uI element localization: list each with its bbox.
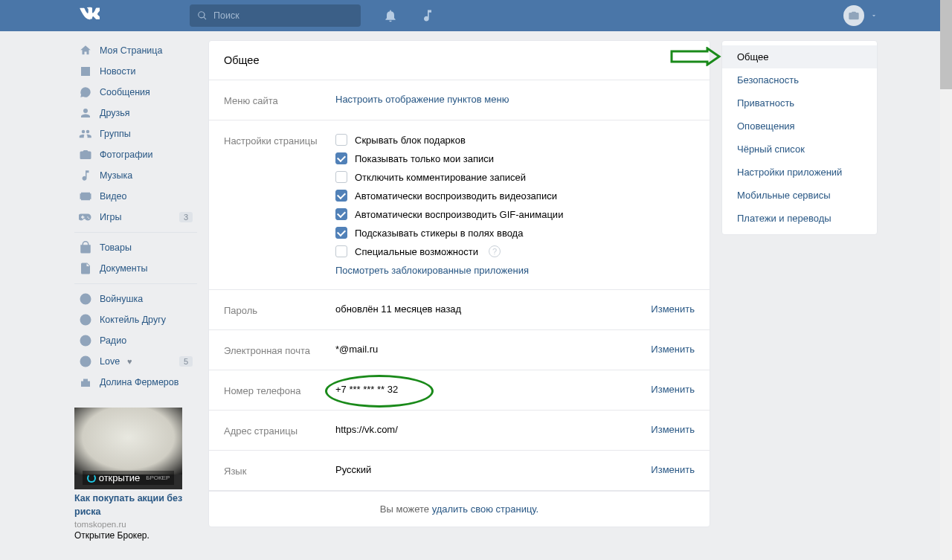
nav-friends[interactable]: Друзья — [74, 103, 197, 123]
row-label-email: Электронная почта — [224, 344, 335, 356]
checkbox-row[interactable]: Подсказывать стикеры в полях ввода — [335, 227, 695, 239]
scrollbar[interactable] — [940, 0, 952, 541]
nav-count: 3 — [179, 212, 193, 222]
checkbox[interactable] — [335, 227, 347, 239]
delete-page-link[interactable]: удалить свою страницу. — [432, 503, 539, 515]
nav-label: Love — [100, 356, 120, 367]
nav-market[interactable]: Товары — [74, 237, 197, 258]
rnav-label: Мобильные сервисы — [737, 190, 831, 201]
camera-icon — [848, 10, 860, 22]
checkbox-label: Подсказывать стикеры в полях ввода — [355, 228, 523, 239]
nav-app-4[interactable]: Love♥5 — [74, 351, 197, 372]
checkbox[interactable] — [335, 245, 347, 257]
music-icon[interactable] — [420, 8, 435, 23]
checkbox[interactable] — [335, 152, 347, 164]
delete-page-footer: Вы можете удалить свою страницу. — [209, 491, 710, 527]
nav-label: Товары — [100, 242, 132, 253]
help-icon[interactable]: ? — [489, 245, 501, 257]
rnav-notifications[interactable]: Оповещения — [722, 115, 877, 138]
rnav-label: Платежи и переводы — [737, 213, 832, 224]
password-value: обновлён 11 месяцев назад — [335, 303, 461, 315]
nav-groups[interactable]: Группы — [74, 123, 197, 144]
heart-icon: ♥ — [127, 357, 132, 366]
rnav-blacklist[interactable]: Чёрный список — [722, 138, 877, 161]
ad-title: Как покупать акции без риска — [74, 492, 197, 518]
edit-phone-link[interactable]: Изменить — [651, 384, 695, 395]
nav-app-1[interactable]: Войнушка — [74, 289, 197, 309]
checkbox-row[interactable]: Специальные возможности? — [335, 245, 695, 257]
nav-label: Видео — [100, 191, 127, 202]
nav-music[interactable]: Музыка — [74, 165, 197, 186]
nav-docs[interactable]: Документы — [74, 258, 197, 279]
checkbox[interactable] — [335, 134, 347, 146]
rnav-label: Приватность — [737, 97, 794, 109]
user-menu[interactable] — [837, 5, 878, 26]
checkbox-row[interactable]: Скрывать блок подарков — [335, 134, 695, 146]
configure-menu-link[interactable]: Настроить отображение пунктов меню — [335, 94, 509, 105]
nav-label: Друзья — [100, 108, 130, 118]
nav-label: Сообщения — [100, 87, 150, 97]
checkbox-label: Специальные возможности — [355, 246, 478, 257]
nav-app-3[interactable]: Радио — [74, 330, 197, 351]
rnav-apps[interactable]: Настройки приложений — [722, 161, 877, 184]
checkbox-label: Показывать только мои записи — [355, 153, 494, 164]
checkbox-row[interactable]: Отключить комментирование записей — [335, 171, 695, 183]
nav-label: Новости — [100, 66, 135, 77]
settings-sidebar: Общее Безопасность Приватность Оповещени… — [721, 40, 878, 235]
checkbox[interactable] — [335, 171, 347, 183]
vk-logo[interactable] — [74, 3, 190, 29]
nav-games[interactable]: Игры3 — [74, 207, 197, 228]
edit-password-link[interactable]: Изменить — [651, 303, 695, 315]
nav-app-2[interactable]: Коктейль Другу — [74, 309, 197, 330]
email-value: *@mail.ru — [335, 344, 378, 355]
rnav-mobile[interactable]: Мобильные сервисы — [722, 184, 877, 207]
rnav-label: Безопасность — [737, 74, 799, 86]
rnav-label: Настройки приложений — [737, 167, 842, 178]
nav-photos[interactable]: Фотографии — [74, 144, 197, 165]
row-label-menu: Меню сайта — [224, 94, 335, 106]
search-icon — [197, 10, 208, 21]
ad-block[interactable]: открытиеБРОКЕР Как покупать акции без ри… — [74, 408, 197, 541]
checkbox-row[interactable]: Автоматически воспроизводить видеозаписи — [335, 190, 695, 202]
checkbox-row[interactable]: Автоматически воспроизводить GIF-анимаци… — [335, 208, 695, 220]
rnav-label: Оповещения — [737, 120, 795, 132]
search-input[interactable] — [212, 10, 338, 22]
avatar — [843, 5, 864, 26]
nav-news[interactable]: Новости — [74, 61, 197, 82]
lang-value: Русский — [335, 464, 371, 475]
nav-label: Войнушка — [100, 294, 143, 304]
ad-image: открытиеБРОКЕР — [74, 408, 182, 489]
search-box[interactable] — [190, 4, 361, 27]
nav-messages[interactable]: Сообщения — [74, 82, 197, 103]
nav-label: Коктейль Другу — [100, 315, 166, 325]
scroll-thumb[interactable] — [940, 0, 952, 89]
rnav-general[interactable]: Общее — [722, 45, 877, 68]
address-value: https://vk.com/ — [335, 424, 398, 435]
bell-icon[interactable] — [383, 8, 398, 23]
nav-label: Документы — [100, 263, 147, 274]
rnav-privacy[interactable]: Приватность — [722, 91, 877, 115]
nav-label: Игры — [100, 212, 121, 222]
rnav-security[interactable]: Безопасность — [722, 68, 877, 91]
nav-video[interactable]: Видео — [74, 186, 197, 207]
checkbox[interactable] — [335, 190, 347, 202]
blocked-apps-link[interactable]: Посмотреть заблокированные приложения — [335, 265, 529, 276]
nav-label: Группы — [100, 129, 131, 139]
nav-label: Моя Страница — [100, 45, 162, 56]
nav-my-page[interactable]: Моя Страница — [74, 40, 197, 61]
edit-email-link[interactable]: Изменить — [651, 344, 695, 355]
checkbox-row[interactable]: Показывать только мои записи — [335, 152, 695, 164]
rnav-payments[interactable]: Платежи и переводы — [722, 207, 877, 230]
ad-text: Открытие Брокер. — [74, 530, 197, 541]
nav-app-5[interactable]: Долина Фермеров — [74, 372, 197, 393]
top-header — [0, 0, 952, 31]
row-label-address: Адрес страницы — [224, 424, 335, 437]
chevron-down-icon — [870, 12, 878, 19]
edit-address-link[interactable]: Изменить — [651, 424, 695, 435]
row-label-lang: Язык — [224, 464, 335, 477]
rnav-label: Чёрный список — [737, 144, 805, 155]
edit-lang-link[interactable]: Изменить — [651, 464, 695, 475]
phone-value: +7 *** *** ** 32 — [335, 384, 398, 395]
checkbox[interactable] — [335, 208, 347, 220]
ad-domain: tomskopen.ru — [74, 520, 197, 529]
